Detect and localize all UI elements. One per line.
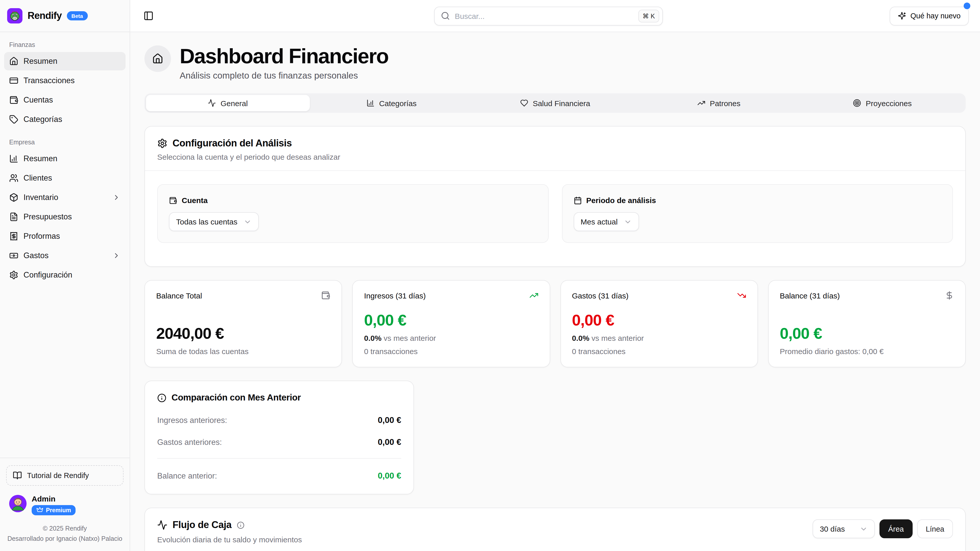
divider (157, 458, 401, 459)
dollar-sign-icon (945, 291, 954, 300)
account-select-value: Todas las cuentas (176, 218, 237, 226)
bar-chart-icon (9, 154, 18, 163)
trending-up-icon (529, 291, 538, 300)
sidebar-item-categorias[interactable]: Categorías (4, 110, 126, 129)
analysis-config-title: Configuración del Análisis (172, 138, 292, 149)
trending-up-icon (697, 99, 705, 107)
account-select[interactable]: Todas las cuentas (169, 212, 259, 231)
period-select-value: Mes actual (581, 218, 617, 226)
sidebar-item-label: Presupuestos (24, 212, 72, 221)
comparison-value: 0,00 € (378, 437, 401, 447)
stat-value: 2040,00 € (156, 325, 331, 343)
sidebar-item-configuracion[interactable]: Configuración (4, 266, 126, 284)
comparison-card: Comparación con Mes Anterior Ingresos an… (145, 381, 414, 494)
sidebar-item-label: Inventario (24, 193, 107, 202)
receipt-icon (9, 232, 18, 241)
gear-icon (157, 138, 167, 148)
stat-title: Gastos (31 días) (572, 291, 628, 300)
bar-chart-icon (366, 99, 374, 107)
tab-general[interactable]: General (146, 95, 310, 111)
comparison-row-gastos: Gastos anteriores: 0,00 € (157, 437, 401, 447)
sidebar-item-presupuestos[interactable]: Presupuestos (4, 208, 126, 226)
search-input[interactable] (455, 11, 633, 20)
sidebar-item-inventario[interactable]: Inventario (4, 188, 126, 206)
sidebar-item-clientes[interactable]: Clientes (4, 169, 126, 187)
cashflow-controls: 30 días Área Línea (813, 519, 953, 538)
sidebar-item-proformas[interactable]: Proformas (4, 227, 126, 245)
chart-type-area-button[interactable]: Área (880, 519, 912, 538)
page-header: Dashboard Financiero Análisis completo d… (145, 45, 966, 81)
banknote-icon (9, 251, 18, 260)
stat-card-balance-total: Balance Total 2040,00 € Suma de todas la… (145, 280, 342, 367)
sidebar-item-resumen-empresa[interactable]: Resumen (4, 149, 126, 168)
sidebar-item-cuentas[interactable]: Cuentas (4, 91, 126, 109)
book-open-icon (13, 471, 22, 480)
stat-subtitle: Suma de todas las cuentas (156, 347, 331, 357)
range-select[interactable]: 30 días (813, 519, 875, 538)
sidebar: Rendify Beta Finanzas Resumen Transaccio… (0, 0, 130, 551)
cashflow-title: Flujo de Caja (172, 519, 231, 530)
stat-comparison: 0.0% vs mes anterior (364, 333, 538, 343)
cashflow-card: Flujo de Caja Evolución diaria de tu sal… (145, 508, 966, 551)
comparison-label: Gastos anteriores: (157, 437, 222, 447)
cashflow-subtitle: Evolución diaria de tu saldo y movimient… (157, 535, 302, 544)
stat-title: Ingresos (31 días) (364, 291, 426, 300)
activity-icon (157, 520, 167, 530)
wallet-icon (9, 95, 18, 105)
account-panel: Cuenta Todas las cuentas (157, 184, 549, 243)
sidebar-toggle-button[interactable] (142, 9, 156, 23)
notification-dot (964, 2, 970, 9)
stat-title: Balance (31 días) (780, 291, 840, 300)
sidebar-item-label: Gastos (24, 251, 107, 260)
tab-proyecciones[interactable]: Proyecciones (800, 95, 964, 111)
period-select[interactable]: Mes actual (573, 212, 639, 231)
chevron-down-icon (243, 218, 251, 226)
chevron-down-icon (859, 525, 868, 533)
user-row[interactable]: Admin Premium (6, 486, 124, 519)
stat-subtitle: Promedio diario gastos: 0,00 € (780, 347, 954, 357)
tutorial-button[interactable]: Tutorial de Rendify (6, 465, 124, 486)
crown-icon (36, 507, 43, 514)
comparison-row-ingresos: Ingresos anteriores: 0,00 € (157, 415, 401, 425)
tab-categorias[interactable]: Categorías (310, 95, 473, 111)
tab-label: Patrones (710, 99, 740, 107)
sidebar-footer: Tutorial de Rendify Admin (0, 457, 130, 551)
stat-value: 0,00 € (572, 311, 746, 329)
heart-icon (520, 99, 528, 107)
sidebar-item-label: Proformas (24, 232, 60, 241)
section-label-finanzas: Finanzas (4, 37, 126, 52)
search-box[interactable]: ⌘ K (434, 6, 662, 25)
info-icon (157, 393, 166, 402)
comparison-value: 0,00 € (378, 415, 401, 425)
stat-title: Balance Total (156, 291, 202, 300)
whats-new-button[interactable]: Qué hay nuevo (889, 6, 969, 25)
comparison-row-balance: Balance anterior: 0,00 € (157, 471, 401, 481)
brand-name: Rendify (27, 10, 62, 21)
sidebar-item-label: Resumen (24, 154, 57, 163)
package-icon (9, 193, 18, 202)
page-subtitle: Análisis completo de tus finanzas person… (180, 70, 388, 81)
chart-type-line-button[interactable]: Línea (917, 519, 953, 538)
sidebar-item-label: Clientes (24, 173, 52, 183)
sidebar-item-gastos[interactable]: Gastos (4, 246, 126, 265)
info-icon (237, 521, 244, 529)
chevron-down-icon (624, 218, 632, 226)
top-bar: ⌘ K Qué hay nuevo (130, 0, 980, 32)
account-label: Cuenta (182, 196, 208, 205)
tab-salud-financiera[interactable]: Salud Financiera (473, 95, 637, 111)
tab-label: Salud Financiera (533, 99, 590, 107)
tab-label: Proyecciones (865, 99, 912, 107)
tab-patrones[interactable]: Patrones (637, 95, 800, 111)
sidebar-item-resumen-finanzas[interactable]: Resumen (4, 52, 126, 70)
sidebar-item-label: Cuentas (24, 95, 53, 105)
target-icon (853, 99, 861, 107)
copyright: © 2025 Rendify (6, 524, 124, 534)
stat-card-ingresos: Ingresos (31 días) 0,00 € 0.0% vs mes an… (352, 280, 550, 367)
analysis-config-header: Configuración del Análisis Selecciona la… (145, 127, 965, 171)
stat-comparison: 0.0% vs mes anterior (572, 333, 746, 343)
sidebar-item-transacciones[interactable]: Transacciones (4, 71, 126, 90)
page-title: Dashboard Financiero (180, 45, 388, 67)
stat-pct: 0.0% (364, 333, 382, 342)
rendify-logo-icon (7, 8, 22, 24)
section-label-empresa: Empresa (4, 135, 126, 149)
